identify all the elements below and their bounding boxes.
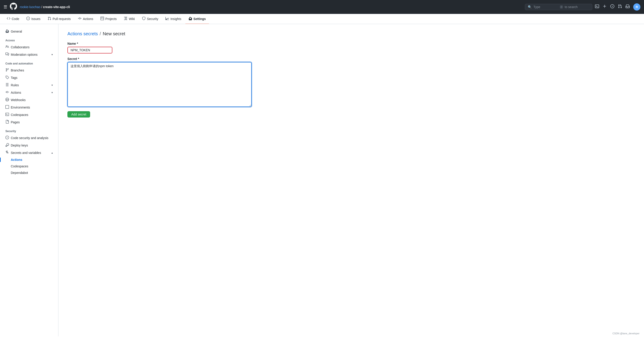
breadcrumb-current: New secret	[103, 31, 125, 36]
sidebar-item-code-security[interactable]: Code security and analysis	[2, 134, 56, 142]
general-icon	[6, 29, 9, 34]
webhooks-icon	[6, 98, 9, 102]
header: ☰ rookie-luochao / create-vite-app-cli 🔍…	[0, 0, 644, 14]
secrets-variables-label: Secrets and variables	[11, 151, 50, 154]
codespaces-icon	[6, 112, 9, 117]
nav-code-label: Code	[12, 17, 19, 21]
repo-owner-link[interactable]: rookie-luochao	[20, 5, 40, 9]
nav-item-code[interactable]: Code	[4, 14, 22, 24]
pages-icon	[6, 120, 9, 124]
moderation-icon	[6, 52, 9, 57]
sidebar-item-webhooks[interactable]: Webhooks	[2, 96, 56, 104]
sidebar-sub-item-codespaces[interactable]: Codespaces	[2, 163, 56, 170]
webhooks-label: Webhooks	[11, 98, 53, 102]
github-logo[interactable]	[10, 3, 17, 11]
code-automation-section-label: Code and automation	[0, 58, 58, 66]
settings-nav-icon	[188, 17, 192, 21]
breadcrumb-separator: /	[100, 31, 101, 36]
wiki-nav-icon	[124, 17, 128, 21]
nav-item-issues[interactable]: Issues	[23, 14, 43, 24]
moderation-chevron: ▾	[52, 53, 53, 56]
actions-sidebar-label: Actions	[11, 91, 50, 94]
sidebar-sub-item-actions[interactable]: Actions	[2, 156, 56, 163]
secrets-variables-chevron: ▴	[52, 151, 53, 154]
pages-label: Pages	[11, 120, 53, 124]
nav-item-pr[interactable]: Pull requests	[44, 14, 74, 24]
layout: General Access Collaborators Moderation …	[0, 24, 644, 336]
sidebar-item-general[interactable]: General	[2, 28, 56, 35]
search-bar[interactable]: 🔍 Type / to search	[525, 4, 592, 10]
nav-item-insights[interactable]: Insights	[162, 14, 184, 24]
search-icon: 🔍	[528, 5, 532, 9]
secret-form-group: Secret * 这里填入刚刚申请的npm token	[68, 57, 252, 108]
nav-item-security[interactable]: Security	[139, 14, 162, 24]
nav-item-settings[interactable]: Settings	[186, 14, 209, 24]
issues-icon[interactable]	[610, 4, 614, 10]
hamburger-icon[interactable]: ☰	[4, 4, 7, 10]
nav-insights-label: Insights	[170, 17, 181, 21]
name-input[interactable]	[68, 47, 112, 54]
deploy-keys-label: Deploy keys	[11, 144, 53, 147]
sidebar-item-secrets-variables[interactable]: Secrets and variables ▴	[2, 149, 56, 156]
main-content: Actions secrets / New secret Name * Secr…	[58, 24, 261, 336]
rules-icon	[6, 83, 9, 88]
sidebar-item-rules[interactable]: Rules ▾	[2, 82, 56, 89]
name-label: Name *	[68, 42, 112, 46]
nav-pr-label: Pull requests	[52, 17, 71, 21]
actions-nav-icon	[78, 17, 82, 21]
sidebar-item-codespaces[interactable]: Codespaces	[2, 111, 56, 118]
general-label: General	[11, 30, 53, 33]
sidebar-item-environments[interactable]: Environments	[2, 104, 56, 111]
branches-label: Branches	[11, 68, 53, 72]
nav-issues-label: Issues	[31, 17, 40, 21]
access-section-label: Access	[0, 35, 58, 43]
terminal-icon[interactable]	[595, 4, 599, 10]
sidebar-sub-item-dependabot[interactable]: Dependabot	[2, 170, 56, 176]
sub-codespaces-label: Codespaces	[11, 164, 28, 168]
inbox-icon[interactable]	[626, 4, 630, 10]
breadcrumb-link[interactable]: Actions secrets	[68, 31, 98, 36]
path-separator: /	[41, 5, 42, 9]
sub-actions-label: Actions	[11, 158, 22, 162]
branches-icon	[6, 68, 9, 72]
add-secret-button[interactable]: Add secret	[68, 111, 90, 118]
projects-nav-icon	[100, 17, 104, 21]
sidebar-item-moderation[interactable]: Moderation options ▾	[2, 51, 56, 58]
moderation-label: Moderation options	[11, 53, 50, 56]
nav-actions-label: Actions	[83, 17, 93, 21]
repo-path: rookie-luochao / create-vite-app-cli	[20, 5, 70, 9]
plus-icon[interactable]	[603, 4, 607, 10]
collaborators-label: Collaborators	[11, 46, 53, 49]
nav-item-wiki[interactable]: Wiki	[121, 14, 138, 24]
tags-label: Tags	[11, 76, 53, 80]
secret-label: Secret *	[68, 57, 252, 61]
sidebar-item-pages[interactable]: Pages	[2, 118, 56, 126]
secret-textarea[interactable]: 这里填入刚刚申请的npm token	[68, 62, 252, 107]
sidebar-item-collaborators[interactable]: Collaborators	[2, 44, 56, 51]
breadcrumb: Actions secrets / New secret	[68, 31, 252, 36]
issues-nav-icon	[26, 17, 30, 21]
sidebar-item-actions[interactable]: Actions ▾	[2, 89, 56, 96]
repo-name[interactable]: create-vite-app-cli	[43, 5, 70, 9]
security-section-label: Security	[0, 126, 58, 134]
nav-item-actions[interactable]: Actions	[75, 14, 96, 24]
sidebar-item-tags[interactable]: Tags	[2, 74, 56, 81]
code-security-icon	[6, 136, 9, 140]
tags-icon	[6, 76, 9, 80]
sidebar-item-deploy-keys[interactable]: Deploy keys	[2, 142, 56, 149]
header-actions: R	[595, 3, 640, 10]
avatar[interactable]: R	[633, 3, 640, 10]
pr-nav-icon	[48, 17, 51, 21]
codespaces-label: Codespaces	[11, 113, 53, 116]
sidebar: General Access Collaborators Moderation …	[0, 24, 58, 336]
footer-attribution: CSDN @lane_developer	[612, 332, 640, 335]
actions-sidebar-icon	[6, 90, 9, 95]
secrets-variables-icon	[6, 150, 9, 155]
pr-icon[interactable]	[618, 4, 622, 10]
sub-dependabot-label: Dependabot	[11, 171, 28, 174]
nav-wiki-label: Wiki	[129, 17, 134, 21]
search-suffix: to search	[565, 5, 590, 9]
sidebar-item-branches[interactable]: Branches	[2, 67, 56, 74]
code-nav-icon	[7, 17, 10, 21]
nav-item-projects[interactable]: Projects	[97, 14, 120, 24]
